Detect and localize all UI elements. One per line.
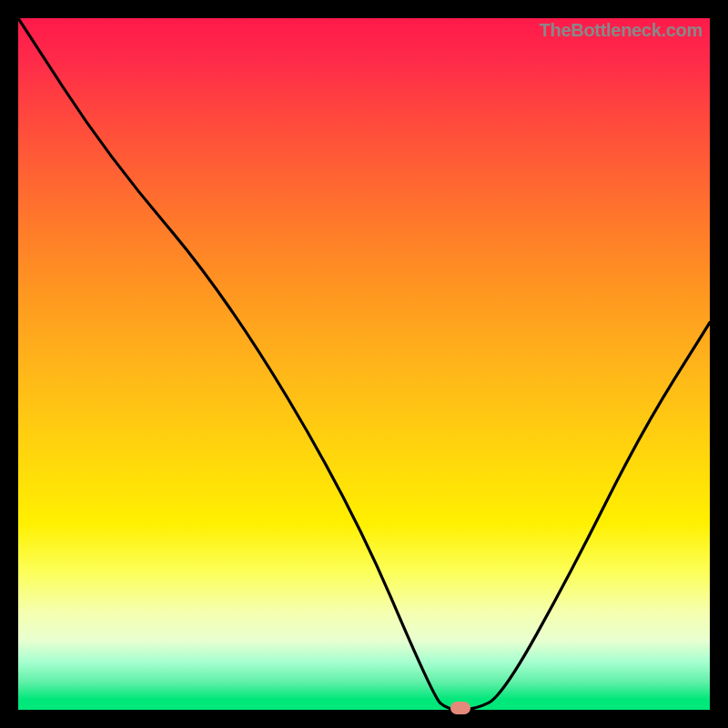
curve-svg xyxy=(18,18,710,710)
plot-area: TheBottleneck.com xyxy=(18,18,710,710)
bottleneck-curve xyxy=(18,18,710,710)
optimum-marker xyxy=(450,702,470,714)
